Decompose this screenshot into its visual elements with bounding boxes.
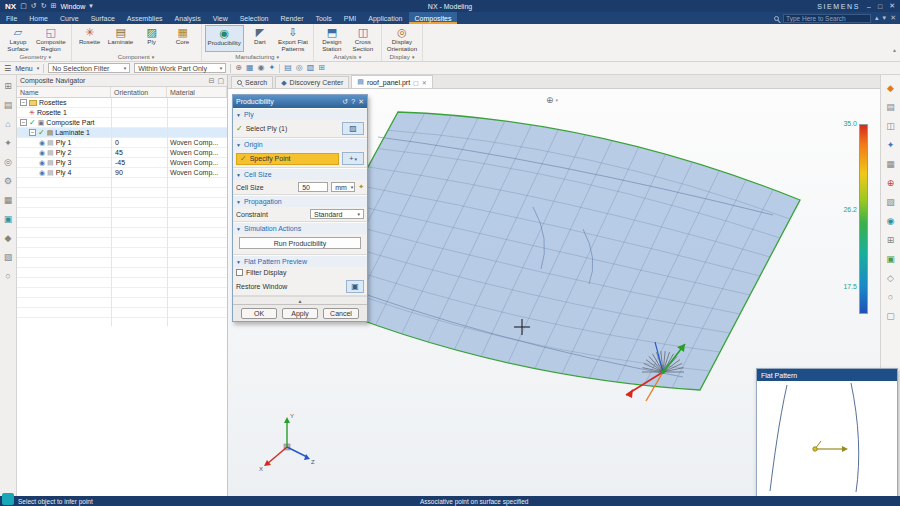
point-target-tool[interactable]: ⊕ ▾	[546, 95, 558, 105]
tab-close-icon[interactable]: ✕	[422, 79, 427, 86]
visible-check-icon[interactable]: ✓	[38, 129, 45, 137]
tree-row-rosettes[interactable]: −Rosettes	[17, 98, 227, 108]
snap-circle-icon[interactable]: ◎	[296, 64, 303, 72]
tab-render[interactable]: Render	[275, 12, 310, 24]
tree-row-composite-part[interactable]: −✓▣Composite Part	[17, 118, 227, 128]
process-studio-icon[interactable]: ◆	[5, 233, 12, 243]
visibility-eye-icon[interactable]: ◉	[39, 169, 45, 176]
section-header-cell-size[interactable]: ▼ Cell Size	[233, 169, 367, 180]
tree-row-ply-3[interactable]: ◉▤Ply 3 -45 Woven Comp...	[17, 158, 227, 168]
column-material[interactable]: Material	[167, 87, 227, 97]
manufacturing-navigator-icon[interactable]: ▧	[4, 252, 13, 262]
selection-filter-dropdown[interactable]: No Selection Filter ▾	[48, 63, 130, 73]
flat-pattern-window[interactable]: Flat Pattern	[756, 368, 898, 497]
tab-assemblies[interactable]: Assemblies	[121, 12, 169, 24]
visibility-eye-icon[interactable]: ◉	[39, 159, 45, 166]
composite-navigator-icon[interactable]: ▣	[4, 214, 13, 224]
window-menu[interactable]: Window	[60, 3, 85, 10]
orientation-triad[interactable]: Y X Z	[259, 413, 315, 472]
cell-size-input[interactable]: 50	[298, 182, 328, 192]
dialog-reset-icon[interactable]: ↺	[342, 98, 348, 106]
formula-wand-icon[interactable]: ✦	[358, 183, 364, 191]
history-icon[interactable]: ▦	[4, 195, 13, 205]
group-label-component[interactable]: Component▾	[75, 52, 198, 61]
select-ply-button[interactable]: ▨	[342, 122, 364, 135]
navigator-pin-icon[interactable]: ⊟	[209, 77, 215, 85]
dart-button[interactable]: ◤ Dart	[245, 25, 275, 52]
search-tab[interactable]: Search	[231, 76, 273, 88]
minimize-icon[interactable]: –	[867, 3, 871, 10]
section-header-propagation[interactable]: ▼ Propagation	[233, 196, 367, 207]
roles-icon[interactable]: ○	[5, 271, 10, 281]
camera-icon[interactable]: ◉	[887, 216, 895, 226]
hd3d-tools-icon[interactable]: ◎	[4, 157, 12, 167]
snap-point-icon[interactable]: ⊕	[235, 64, 242, 72]
tab-pmi[interactable]: PMI	[338, 12, 362, 24]
rosette-button[interactable]: ✳ Rosette	[75, 25, 105, 52]
window-icon[interactable]: ⊞	[51, 2, 57, 10]
preferences-icon[interactable]: ▢	[886, 311, 895, 321]
select-ply-label[interactable]: Select Ply (1)	[246, 125, 288, 132]
point-dialog-button[interactable]: + ▾	[342, 152, 364, 165]
ply-button[interactable]: ▨ Ply	[137, 25, 167, 52]
menu-button[interactable]: Menu	[15, 65, 33, 72]
annotation-icon[interactable]: ▣	[886, 254, 895, 264]
group-label-display[interactable]: Display▾	[385, 52, 419, 61]
tab-analysis[interactable]: Analysis	[169, 12, 207, 24]
apply-button[interactable]: Apply	[282, 308, 318, 319]
tree-row-laminate-1[interactable]: −✓▤Laminate 1	[17, 128, 227, 138]
part-navigator-icon[interactable]: ⌂	[5, 119, 10, 129]
measure-icon[interactable]: ⊕	[887, 178, 895, 188]
web-browser-icon[interactable]: ⚙	[4, 176, 12, 186]
section-header-origin[interactable]: ▼ Origin	[233, 139, 367, 150]
section-header-flat-pattern[interactable]: ▼ Flat Pattern Preview	[233, 256, 367, 267]
constraint-dropdown[interactable]: Standard ▾	[310, 209, 364, 219]
grid-display-icon[interactable]: ○	[888, 292, 893, 302]
dialog-title-bar[interactable]: Producibility ↺ ? ✕	[233, 95, 367, 108]
flat-pattern-title-bar[interactable]: Flat Pattern	[757, 369, 897, 381]
tree-row-ply-4[interactable]: ◉▤Ply 4 90 Woven Comp...	[17, 168, 227, 178]
tab-curve[interactable]: Curve	[54, 12, 85, 24]
cross-section-button[interactable]: ◫ Cross Section	[348, 25, 378, 52]
snap-edge-icon[interactable]: ▧	[307, 64, 315, 72]
reuse-library-icon[interactable]: ✦	[4, 138, 12, 148]
menu-arrow-icon[interactable]: ▾	[37, 65, 40, 71]
cancel-button[interactable]: Cancel	[323, 308, 359, 319]
expand-icon[interactable]: −	[29, 129, 36, 136]
dialog-collapse-strip[interactable]: ▲	[233, 296, 367, 304]
expand-icon[interactable]: −	[20, 99, 27, 106]
specify-point-field[interactable]: ✓ Specify Point	[236, 153, 339, 165]
snap-face-icon[interactable]: ▤	[284, 64, 292, 72]
undo-icon[interactable]: ↺	[31, 2, 37, 10]
group-label-manufacturing[interactable]: Manufacturing▾	[205, 52, 310, 61]
column-orientation[interactable]: Orientation	[111, 87, 167, 97]
display-orientation-button[interactable]: ◎ Display Orientation	[385, 25, 419, 52]
visible-check-icon[interactable]: ✓	[29, 119, 36, 127]
show-hide-icon[interactable]: ▦	[886, 159, 895, 169]
snap-vertex-icon[interactable]: ⊞	[318, 64, 325, 72]
assistant-bubble-button[interactable]	[2, 493, 14, 505]
navigator-close-icon[interactable]: ▢	[217, 77, 224, 85]
section-view-icon[interactable]: ▧	[886, 197, 895, 207]
tab-restore-icon[interactable]: ▢	[413, 79, 419, 86]
search-history-up-icon[interactable]: ▴	[875, 14, 879, 22]
orient-view-icon[interactable]: ◫	[886, 121, 895, 131]
save-icon[interactable]: ▢	[20, 2, 27, 10]
view-manipulation-icon[interactable]: ◆	[887, 83, 894, 93]
maximize-icon[interactable]: □	[878, 3, 882, 10]
fit-view-icon[interactable]: ▤	[886, 102, 895, 112]
export-flat-patterns-button[interactable]: ⇩ Export Flat Patterns	[276, 25, 310, 52]
composite-region-button[interactable]: ◱ Composite Region	[34, 25, 68, 52]
section-header-ply[interactable]: ▼ Ply	[233, 109, 367, 120]
command-search-input[interactable]	[783, 14, 871, 23]
window-layout-icon[interactable]: ⊞	[887, 235, 895, 245]
column-name[interactable]: Name	[17, 87, 111, 97]
producibility-button[interactable]: ◉ Producibility	[205, 25, 244, 52]
design-station-button[interactable]: ⬒ Design Station	[317, 25, 347, 52]
snap-grid-icon[interactable]: ▦	[246, 64, 254, 72]
visibility-eye-icon[interactable]: ◉	[39, 139, 45, 146]
group-label-geometry[interactable]: Geometry▾	[3, 52, 68, 61]
tab-home[interactable]: Home	[23, 12, 54, 24]
ribbon-collapse-icon[interactable]: ▴	[893, 46, 896, 53]
window-menu-arrow-icon[interactable]: ▾	[89, 2, 93, 10]
